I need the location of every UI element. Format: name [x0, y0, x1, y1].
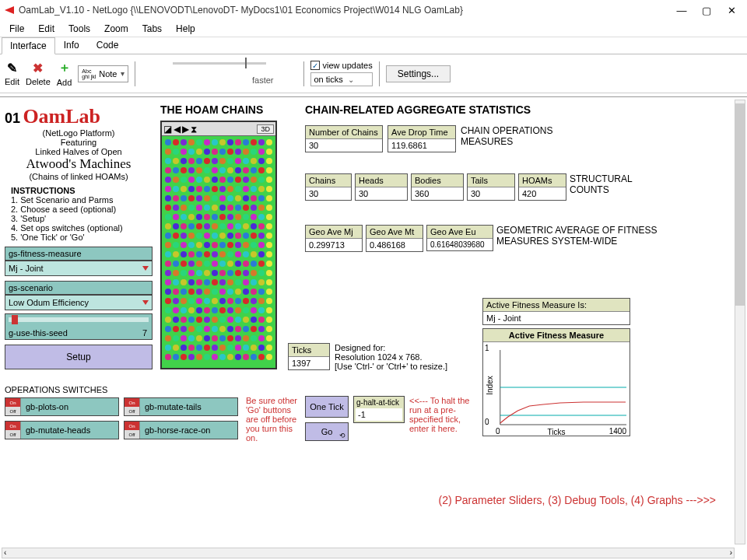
triangle-down-icon [142, 266, 149, 271]
pencil-icon: ✎ [7, 61, 17, 75]
maximize-button[interactable]: ▢ [694, 2, 719, 18]
setup-button[interactable]: Setup [5, 345, 153, 369]
view-updates-checkbox[interactable]: ✓ view updates [310, 61, 373, 70]
chains-label: Chains [306, 174, 351, 187]
resize-hint: [Use 'Ctrl-' or 'Ctrl+' to resize.] [335, 362, 459, 371]
up-down-icon[interactable]: ⧗ [191, 124, 197, 135]
drop-time-label: Ave Drop Time [388, 126, 455, 139]
geo-eu-label: Geo Ave Eu [427, 226, 493, 239]
menu-zoom[interactable]: Zoom [98, 22, 135, 36]
model-title: OamLab [23, 105, 100, 128]
hoams-label: HOAMs [519, 174, 566, 187]
switch-mutate-tails[interactable]: OnOffgb-mutate-tails [124, 397, 238, 416]
minimize-button[interactable]: — [669, 2, 694, 18]
menu-help[interactable]: Help [170, 22, 202, 36]
speed-slider[interactable] [173, 62, 266, 65]
menu-edit[interactable]: Edit [32, 22, 61, 36]
fitness-measures-label: GEOMETRIC AVERAGE OF FITNESS MEASURES SY… [496, 225, 660, 247]
ops-measures-label: CHAIN OPERATIONS MEASURES [461, 125, 554, 147]
tab-code[interactable]: Code [88, 37, 128, 54]
go-button[interactable]: Go⟲ [305, 422, 349, 441]
menu-tabs[interactable]: Tabs [136, 22, 168, 36]
svg-marker-0 [5, 6, 14, 14]
fitness-measure-dropdown[interactable]: Mj - Joint [5, 261, 153, 276]
go-hint-right: <<--- To halt the run at a pre-specified… [409, 396, 482, 433]
horizontal-scrollbar[interactable]: ‹› [2, 548, 735, 558]
tails-value: 30 [468, 187, 514, 200]
chevron-down-icon: ⌄ [348, 75, 354, 84]
instr-2: 2. Choose a seed (optional) [11, 205, 153, 214]
geo-mt-value: 0.486168 [366, 239, 423, 251]
add-button[interactable]: ＋Add [57, 60, 72, 87]
one-tick-button[interactable]: One Tick [305, 396, 349, 418]
right-icon[interactable]: ▶ [182, 124, 189, 135]
bodies-label: Bodies [412, 174, 463, 187]
toolbar: ✎Edit ✖Delete ＋Add Abcghi jkl Note ▾ fas… [0, 54, 747, 93]
stats-title: CHAIN-RELATED AGGREGATE STATISTICS [305, 103, 531, 116]
geo-eu-value: 0.61648039680 [427, 239, 493, 250]
linked-label: Linked Halves of Open [5, 147, 153, 156]
switch-horse-race-on[interactable]: OnOffgb-horse-race-on [124, 421, 238, 439]
halt-at-tick-input[interactable]: g-halt-at-tick -1 [353, 396, 405, 423]
structural-counts-label: STRUCTURAL COUNTS [570, 173, 647, 195]
speed-label: faster [252, 75, 274, 85]
switch-plots-on[interactable]: OnOffgb-plots-on [5, 397, 119, 416]
menu-tools[interactable]: Tools [62, 22, 96, 36]
tab-info[interactable]: Info [55, 37, 88, 54]
window-title: OamLab_V1.10 - NetLogo {\\LENOVODT\Lenov… [19, 5, 669, 16]
heads-label: Heads [356, 174, 407, 187]
bodies-value: 360 [412, 187, 463, 200]
chains-value: 30 [306, 187, 351, 200]
num-chains-label: Number of Chains [306, 126, 382, 139]
vertical-scrollbar[interactable] [735, 100, 745, 544]
world-view[interactable]: ◪ ◀ ▶ ⧗ 3D [160, 121, 277, 369]
instructions-heading: INSTRUCTIONS [11, 186, 153, 195]
menu-bar: File Edit Tools Zoom Tabs Help [0, 20, 747, 37]
plus-icon: ＋ [58, 60, 71, 76]
fitness-measure-label: gs-fitness-measure [5, 247, 153, 261]
geo-mt-label: Geo Ave Mt [366, 226, 423, 239]
scenario-dropdown[interactable]: Low Odum Efficiency [5, 295, 153, 310]
triangle-down-icon [142, 300, 149, 305]
go-hint-left: Be sure other 'Go' buttons are off befor… [246, 396, 302, 443]
seed-slider[interactable]: g-use-this-seed 7 [5, 313, 153, 340]
switch-mutate-heads[interactable]: OnOffgb-mutate-heads [5, 421, 119, 439]
resolution-label: Resolution 1024 x 768. [335, 352, 459, 362]
active-fitness-value: Mj - Joint [483, 312, 630, 324]
model-num: 01 [5, 110, 20, 126]
delete-button[interactable]: ✖Delete [26, 61, 51, 86]
instr-5: 5. 'One Tick' or 'Go' [11, 233, 153, 242]
interface-canvas[interactable]: 01 OamLab (NetLogo Platform) Featuring L… [0, 96, 747, 546]
hoam-chains-title: THE HOAM CHAINS [160, 103, 277, 116]
instr-1: 1. Set Scenario and Parms [11, 195, 153, 205]
3d-button[interactable]: 3D [257, 124, 274, 134]
element-type-combo[interactable]: Abcghi jkl Note ▾ [78, 65, 128, 82]
cycle-icon: ⟲ [339, 432, 345, 439]
menu-file[interactable]: File [3, 22, 30, 36]
atwood-label: Atwood's Machines [5, 156, 153, 172]
divider [135, 61, 135, 86]
x-icon: ✖ [33, 61, 43, 75]
hoams-value: 420 [519, 187, 566, 200]
settings-button[interactable]: Settings... [386, 65, 451, 82]
ops-switches-heading: OPERATIONS SWITCHES [5, 385, 238, 394]
zoom-icon[interactable]: ◪ [163, 124, 172, 135]
close-button[interactable]: ✕ [719, 2, 744, 18]
footer-nav-hint: (2) Parameter Sliders, (3) Debug Tools, … [439, 494, 717, 506]
drop-time-value: 119.6861 [388, 139, 455, 152]
geo-mj-label: Geo Ave Mj [306, 226, 362, 239]
designed-label: Designed for: [335, 343, 459, 352]
instr-4: 4. Set ops switches (optional) [11, 223, 153, 233]
edit-button[interactable]: ✎Edit [5, 61, 19, 86]
num-chains-value: 30 [306, 139, 382, 152]
platform-label: (NetLogo Platform) [5, 128, 153, 138]
instr-3: 3. 'Setup' [11, 214, 153, 223]
update-mode-select[interactable]: on ticks⌄ [310, 72, 373, 86]
active-fitness-label: Active Fitness Measure Is: [483, 299, 630, 312]
ticks-label: Ticks [289, 344, 329, 357]
ticks-value: 1397 [289, 357, 329, 369]
left-icon[interactable]: ◀ [174, 124, 181, 135]
tails-label: Tails [468, 174, 514, 187]
chevron-down-icon: ▾ [121, 69, 124, 78]
tab-interface[interactable]: Interface [2, 37, 55, 54]
